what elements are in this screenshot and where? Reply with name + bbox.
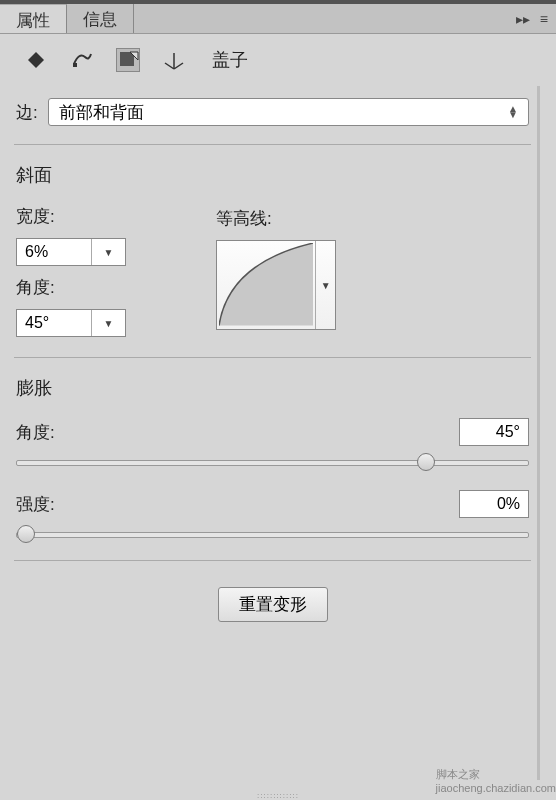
contour-label: 等高线:: [216, 207, 336, 230]
divider: [14, 357, 531, 358]
watermark: 脚本之家 jiaocheng.chazidian.com: [436, 767, 556, 794]
inflate-strength-value[interactable]: 0%: [459, 490, 529, 518]
inflate-angle-value[interactable]: 45°: [459, 418, 529, 446]
bevel-width-input[interactable]: [17, 239, 91, 265]
dropdown-icon[interactable]: ▼: [91, 239, 125, 265]
bevel-angle-combo[interactable]: ▼: [16, 309, 126, 337]
bevel-width-combo[interactable]: ▼: [16, 238, 126, 266]
contour-picker[interactable]: ▼: [216, 240, 336, 330]
inflate-strength-slider[interactable]: [16, 524, 529, 544]
slider-thumb[interactable]: [17, 525, 35, 543]
inflate-title: 膨胀: [16, 376, 529, 400]
inflate-angle-row: 角度: 45°: [16, 418, 529, 446]
coordinates-icon[interactable]: [162, 48, 186, 72]
svg-marker-0: [28, 52, 44, 68]
toolbar: 盖子: [0, 34, 556, 80]
slider-track: [16, 460, 529, 466]
content-area: 边: 前部和背面 ▲▼ 斜面 宽度: ▼ 角度: ▼: [0, 80, 556, 790]
watermark-title: 脚本之家: [436, 767, 556, 782]
divider: [14, 560, 531, 561]
toolbar-label: 盖子: [212, 48, 248, 72]
reset-deform-button[interactable]: 重置变形: [218, 587, 328, 622]
dropdown-icon[interactable]: ▼: [315, 241, 335, 329]
slider-thumb[interactable]: [417, 453, 435, 471]
bevel-width-label: 宽度:: [16, 205, 126, 228]
bevel-angle-label: 角度:: [16, 276, 126, 299]
tab-properties[interactable]: 属性: [0, 4, 67, 33]
tab-info[interactable]: 信息: [67, 4, 134, 33]
contour-preview: [217, 241, 315, 329]
collapse-icon[interactable]: ▸▸: [516, 11, 530, 27]
bevel-angle-input[interactable]: [17, 310, 91, 336]
edge-select-value: 前部和背面: [59, 101, 144, 124]
watermark-url: jiaocheng.chazidian.com: [436, 782, 556, 794]
deform-icon[interactable]: [70, 48, 94, 72]
properties-panel: 属性 信息 ▸▸ ≡ 盖子 边: 前部和背面 ▲▼: [0, 0, 556, 800]
updown-icon: ▲▼: [508, 106, 518, 118]
edge-select[interactable]: 前部和背面 ▲▼: [48, 98, 529, 126]
slider-track: [16, 532, 529, 538]
cap-icon[interactable]: [116, 48, 140, 72]
inflate-strength-row: 强度: 0%: [16, 490, 529, 518]
edge-row: 边: 前部和背面 ▲▼: [16, 98, 529, 126]
inflate-angle-label: 角度:: [16, 421, 55, 444]
tab-bar: 属性 信息 ▸▸ ≡: [0, 4, 556, 34]
divider: [14, 144, 531, 145]
dropdown-icon[interactable]: ▼: [91, 310, 125, 336]
mesh-icon[interactable]: [24, 48, 48, 72]
bevel-title: 斜面: [16, 163, 529, 187]
bevel-section: 宽度: ▼ 角度: ▼ 等高线:: [16, 205, 529, 337]
menu-icon[interactable]: ≡: [540, 11, 548, 27]
svg-line-5: [174, 63, 183, 69]
svg-line-6: [165, 63, 174, 69]
inflate-angle-slider[interactable]: [16, 452, 529, 472]
panel-menu: ▸▸ ≡: [516, 4, 556, 33]
edge-label: 边:: [16, 101, 38, 124]
inflate-strength-label: 强度:: [16, 493, 55, 516]
svg-rect-1: [73, 63, 77, 67]
